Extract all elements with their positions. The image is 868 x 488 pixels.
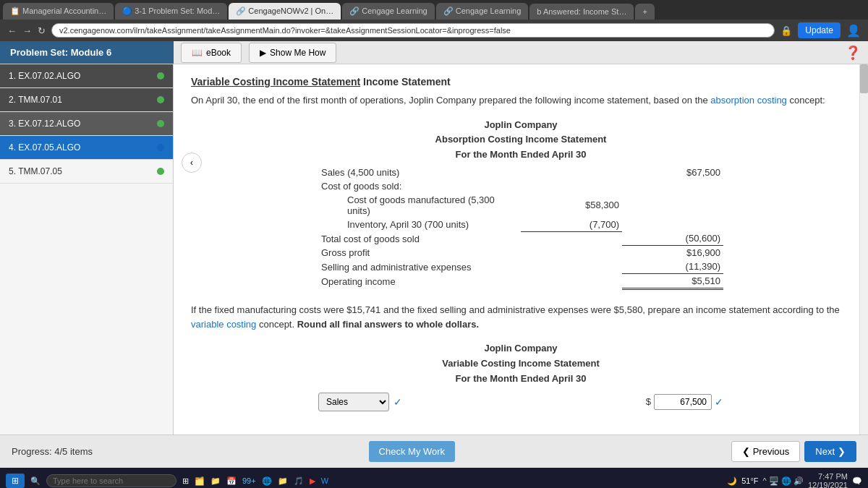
absorption-costing-link[interactable]: absorption costing: [710, 95, 787, 106]
sidebar-item-3-dot: [157, 120, 164, 127]
sidebar-item-3-label: 3. EX.07.12.ALGO: [9, 119, 80, 129]
line-item-dropdown[interactable]: Sales COGS Gross Profit: [318, 393, 389, 411]
temperature-text: 51°F: [741, 476, 758, 485]
tab-1[interactable]: 📋 Managerial Accountin…: [3, 3, 114, 20]
taskbar-icon-3[interactable]: 📁: [210, 476, 221, 486]
taskbar-icon-9[interactable]: ▶: [310, 476, 315, 486]
update-button[interactable]: Update: [798, 22, 841, 38]
scrollbar[interactable]: [859, 64, 868, 435]
stmt1-table: Sales (4,500 units) $67,500 Cost of good…: [318, 166, 723, 291]
dollar-sign: $: [646, 396, 651, 407]
amount-check-icon[interactable]: ✓: [715, 396, 723, 408]
bottom-bar: Progress: 4/5 items Check My Work ❮ Prev…: [0, 435, 868, 468]
sidebar-item-4[interactable]: 4. EX.07.05.ALGO: [0, 136, 173, 160]
variable-input-row: Sales COGS Gross Profit ✓ $ ✓: [318, 393, 723, 411]
tab-bar: 📋 Managerial Accountin… 🔵 3-1 Problem Se…: [0, 0, 868, 20]
sidebar-item-4-dot: [157, 144, 164, 151]
notification-icon[interactable]: 🗨️: [852, 476, 862, 486]
forward-icon[interactable]: →: [22, 25, 32, 36]
section-title: Variable Costing Income Statement Income…: [191, 76, 851, 87]
sidebar-item-2-dot: [157, 96, 164, 103]
table-row: Inventory, April 30 (700 units) (7,700): [318, 218, 723, 232]
app-container: Problem Set: Module 6 📖 eBook ▶ Show Me …: [0, 41, 868, 468]
collapse-sidebar-button[interactable]: ‹: [182, 153, 202, 173]
chevron-right-icon: ❯: [838, 446, 846, 457]
taskbar-icon-7[interactable]: 📁: [278, 476, 288, 486]
profile-icon[interactable]: 👤: [846, 24, 861, 38]
table-row: Selling and administrative expenses (11,…: [318, 260, 723, 274]
table-row: Cost of goods sold:: [318, 179, 723, 193]
problem-set-header: Problem Set: Module 6: [0, 41, 174, 64]
address-input[interactable]: [51, 23, 775, 38]
sidebar-item-3[interactable]: 3. EX.07.12.ALGO: [0, 112, 173, 136]
start-button[interactable]: ⊞: [6, 474, 25, 488]
tab-6[interactable]: b Answered: Income St…: [529, 4, 634, 20]
taskbar-icon-1[interactable]: ⊞: [182, 476, 189, 486]
check-my-work-button[interactable]: Check My Work: [369, 441, 456, 462]
check-icon[interactable]: ✓: [393, 396, 402, 408]
top-bar: Problem Set: Module 6 📖 eBook ▶ Show Me …: [0, 41, 868, 64]
refresh-icon[interactable]: ↻: [38, 25, 46, 36]
ebook-button[interactable]: 📖 eBook: [181, 43, 242, 63]
system-tray-icons: ^ 🖥️ 🌐 🔊: [763, 476, 804, 486]
amount-input[interactable]: [654, 394, 712, 410]
sidebar-item-2[interactable]: 2. TMM.07.01: [0, 88, 173, 112]
sidebar-item-2-label: 2. TMM.07.01: [9, 95, 62, 105]
help-icon[interactable]: ❓: [845, 46, 861, 60]
progress-text: Progress: 4/5 items: [12, 446, 93, 457]
taskbar: ⊞ 🔍 ⊞ 🗂️ 📁 📅 99+ 🌐 📁 🎵 ▶ W 🌙 51°F ^ 🖥️ 🌐…: [0, 468, 868, 488]
nav-buttons: ❮ Previous Next ❯: [731, 441, 856, 462]
taskbar-icon-5[interactable]: 99+: [242, 476, 256, 485]
new-tab[interactable]: +: [635, 4, 654, 20]
sidebar-item-5-label: 5. TMM.07.05: [9, 166, 62, 176]
tab-2[interactable]: 🔵 3-1 Problem Set: Mod…: [115, 3, 227, 20]
taskbar-search-input[interactable]: [46, 474, 176, 487]
ebook-icon: 📖: [192, 48, 203, 58]
tab-3[interactable]: 🔗 CengageNOWv2 | On…: [229, 3, 341, 20]
main-area: 1. EX.07.02.ALGO 2. TMM.07.01 3. EX.07.1…: [0, 64, 868, 435]
address-bar: ← → ↻ 🔒 Update 👤: [0, 20, 868, 41]
dollar-input-group: $ ✓: [646, 394, 723, 410]
back-icon[interactable]: ←: [7, 25, 17, 36]
variable-costing-link[interactable]: variable costing: [191, 319, 256, 330]
taskbar-left: ⊞ 🔍 ⊞ 🗂️ 📁 📅 99+ 🌐 📁 🎵 ▶ W: [6, 474, 328, 488]
chevron-left-icon: ❮: [742, 446, 750, 457]
previous-button[interactable]: ❮ Previous: [731, 441, 801, 462]
show-icon: ▶: [260, 48, 266, 58]
stmt1-title: Joplin Company Absorption Costing Income…: [318, 118, 723, 163]
sidebar-item-1-dot: [157, 72, 164, 80]
taskbar-right: 🌙 51°F ^ 🖥️ 🌐 🔊 7:47 PM 12/19/2021 🗨️: [727, 472, 862, 488]
sidebar: 1. EX.07.02.ALGO 2. TMM.07.01 3. EX.07.1…: [0, 64, 174, 435]
taskbar-icon-8[interactable]: 🎵: [294, 476, 304, 486]
sidebar-item-1-label: 1. EX.07.02.ALGO: [9, 71, 80, 81]
sidebar-item-5[interactable]: 5. TMM.07.05: [0, 160, 173, 184]
moon-icon: 🌙: [727, 476, 737, 486]
sidebar-item-5-dot: [157, 168, 164, 175]
tab-4[interactable]: 🔗 Cengage Learning: [342, 3, 435, 20]
sidebar-item-4-label: 4. EX.07.05.ALGO: [9, 142, 80, 153]
stmt2-title: Joplin Company Variable Costing Income S…: [318, 341, 723, 386]
instruction-text: If the fixed manufacturing costs were $1…: [191, 303, 851, 331]
table-row: Gross profit $16,900: [318, 246, 723, 260]
intro-text: On April 30, the end of the first month …: [191, 93, 851, 108]
variable-statement: Joplin Company Variable Costing Income S…: [318, 341, 723, 411]
clock: 7:47 PM 12/19/2021: [808, 472, 848, 488]
absorption-statement: Joplin Company Absorption Costing Income…: [318, 118, 723, 291]
taskbar-icon-2[interactable]: 🗂️: [195, 476, 205, 486]
taskbar-icon-10[interactable]: W: [321, 476, 328, 485]
table-row: Operating income $5,510: [318, 274, 723, 289]
next-button[interactable]: Next ❯: [804, 441, 856, 462]
taskbar-icon-6[interactable]: 🌐: [262, 476, 272, 486]
table-row: Sales (4,500 units) $67,500: [318, 166, 723, 179]
sidebar-item-1[interactable]: 1. EX.07.02.ALGO: [0, 64, 173, 88]
table-row: Cost of goods manufactured (5,300 units)…: [318, 193, 723, 218]
table-row: Total cost of goods sold (50,600): [318, 231, 723, 246]
extensions-icon: 🔒: [780, 25, 792, 36]
tab-5[interactable]: 🔗 Cengage Learning: [436, 3, 529, 20]
content-area: ‹ Variable Costing Income Statement Inco…: [174, 64, 868, 435]
show-me-how-button[interactable]: ▶ Show Me How: [249, 43, 336, 63]
search-icon: 🔍: [30, 476, 41, 486]
taskbar-icon-4[interactable]: 📅: [226, 476, 237, 486]
scrollbar-thumb[interactable]: [860, 64, 868, 93]
